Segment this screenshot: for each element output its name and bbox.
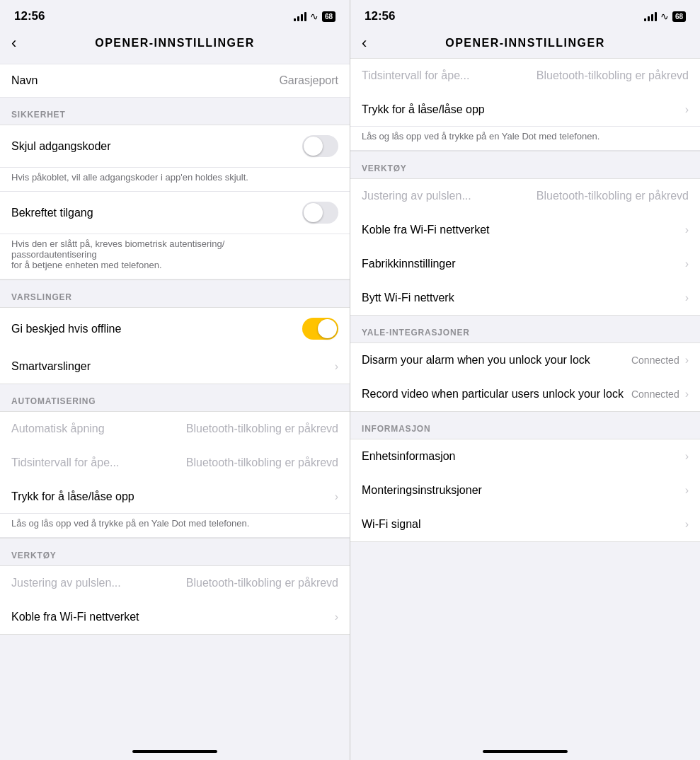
- settings-row: Bekreftet tilgang: [0, 192, 350, 234]
- row-value: Bluetooth-tilkobling er påkrevd: [186, 422, 338, 435]
- row-group: Skjul adgangskoder Hvis påkoblet, vil al…: [0, 125, 350, 280]
- row-label: Koble fra Wi-Fi nettverket: [11, 611, 139, 623]
- settings-row-disabled: Tidsintervall for åpe... Bluetooth-tilko…: [350, 59, 700, 93]
- name-row: Navn Garasjeport: [0, 64, 350, 98]
- settings-row-disabled: Automatisk åpning Bluetooth-tilkobling e…: [0, 412, 350, 446]
- row-group: Justering av pulslen... Bluetooth-tilkob…: [350, 178, 700, 316]
- settings-row[interactable]: Trykk for å låse/låse opp ›: [350, 93, 700, 127]
- row-value: Bluetooth-tilkobling er påkrevd: [537, 69, 689, 82]
- home-indicator: [350, 746, 700, 760]
- status-icons: ∿ 68: [294, 11, 335, 22]
- toggle-knob: [318, 319, 337, 338]
- panel-right: 12:56 ∿ 68 ‹ OPENER-INNSTILLINGER Tidsin…: [350, 0, 700, 760]
- settings-row[interactable]: Enhetsinformasjon ›: [350, 439, 700, 473]
- row-label: Justering av pulslen...: [362, 190, 471, 202]
- row-value: Bluetooth-tilkobling er påkrevd: [186, 456, 338, 469]
- chevron-icon: ›: [685, 450, 689, 463]
- toggle-track[interactable]: [302, 135, 338, 157]
- settings-row-connected[interactable]: Disarm your alarm when you unlock your l…: [350, 343, 700, 377]
- row-label: Fabrikkinnstillinger: [362, 258, 456, 270]
- settings-row[interactable]: Fabrikkinnstillinger ›: [350, 247, 700, 281]
- settings-row[interactable]: Trykk for å låse/låse opp ›: [0, 480, 350, 514]
- chevron-icon: ›: [685, 388, 689, 401]
- settings-row-connected[interactable]: Record video when particular users unloc…: [350, 377, 700, 411]
- row-group: Automatisk åpning Bluetooth-tilkobling e…: [0, 411, 350, 539]
- status-time: 12:56: [365, 9, 395, 23]
- chevron-icon: ›: [335, 490, 338, 503]
- row-group: Justering av pulslen... Bluetooth-tilkob…: [0, 565, 350, 635]
- toggle-knob: [304, 137, 323, 156]
- row-description: Hvis påkoblet, vil alle adgangskoder i a…: [0, 168, 350, 192]
- toggle-switch[interactable]: [302, 202, 338, 224]
- row-label: Gi beskjed hvis offline: [11, 323, 121, 335]
- content-area: Navn Garasjeport SIKKERHET Skjul adgangs…: [0, 58, 350, 746]
- section-header-text: AUTOMATISERING: [11, 396, 96, 406]
- chevron-icon: ›: [685, 354, 689, 367]
- settings-row[interactable]: Koble fra Wi-Fi nettverket ›: [0, 600, 350, 634]
- name-label: Navn: [11, 74, 38, 87]
- chevron-icon: ›: [685, 518, 689, 531]
- back-button[interactable]: ‹: [11, 34, 16, 52]
- toggle-track[interactable]: [302, 202, 338, 224]
- settings-row[interactable]: Koble fra Wi-Fi nettverket ›: [350, 213, 700, 247]
- section-header: VARSLINGER: [0, 280, 350, 307]
- toggle-switch[interactable]: [302, 318, 338, 340]
- settings-row[interactable]: Wi-Fi signal ›: [350, 507, 700, 541]
- home-indicator: [0, 746, 350, 760]
- section-header: VERKTØY: [0, 539, 350, 565]
- section-header-text: VERKTØY: [362, 163, 407, 173]
- settings-row[interactable]: Monteringsinstruksjoner ›: [350, 473, 700, 507]
- connected-badge: Connected: [631, 355, 679, 366]
- row-label: Disarm your alarm when you unlock your l…: [362, 354, 631, 367]
- row-label: Smartvarslinger: [11, 360, 91, 373]
- content-area: Tidsintervall for åpe... Bluetooth-tilko…: [350, 58, 700, 746]
- settings-row[interactable]: Smartvarslinger ›: [0, 350, 350, 384]
- row-description: Lås og lås opp ved å trykke på en Yale D…: [0, 514, 350, 538]
- row-value: Bluetooth-tilkobling er påkrevd: [537, 190, 689, 202]
- back-button[interactable]: ‹: [362, 34, 367, 52]
- toggle-switch[interactable]: [302, 135, 338, 157]
- section-header: YALE-INTEGRASJONER: [350, 316, 700, 342]
- section-header-text: VARSLINGER: [11, 292, 72, 302]
- wifi-icon: ∿: [660, 11, 669, 22]
- row-label: Skjul adgangskoder: [11, 140, 111, 153]
- page-title: OPENER-INNSTILLINGER: [445, 37, 605, 50]
- chevron-icon: ›: [685, 484, 689, 497]
- home-bar: [483, 750, 568, 753]
- row-label: Justering av pulslen...: [11, 577, 121, 589]
- page-header: ‹ OPENER-INNSTILLINGER: [350, 31, 700, 58]
- section-header-text: YALE-INTEGRASJONER: [362, 328, 470, 338]
- row-description: Hvis den er slått på, kreves biometrisk …: [0, 234, 350, 280]
- row-group: Enhetsinformasjon › Monteringsinstruksjo…: [350, 439, 700, 542]
- row-description: Lås og lås opp ved å trykke på en Yale D…: [350, 127, 700, 151]
- row-label: Automatisk åpning: [11, 422, 105, 435]
- chevron-icon: ›: [335, 360, 338, 373]
- section-header-text: INFORMASJON: [362, 424, 430, 434]
- home-bar: [132, 750, 217, 753]
- settings-row: Skjul adgangskoder: [0, 125, 350, 168]
- panel-left: 12:56 ∿ 68 ‹ OPENER-INNSTILLINGER Navn G…: [0, 0, 350, 760]
- section-header: VERKTØY: [350, 151, 700, 178]
- settings-row-disabled: Tidsintervall for åpe... Bluetooth-tilko…: [0, 446, 350, 480]
- row-label: Monteringsinstruksjoner: [362, 484, 482, 497]
- status-icons: ∿ 68: [644, 11, 686, 22]
- row-label: Koble fra Wi-Fi nettverket: [362, 224, 490, 236]
- chevron-icon: ›: [685, 258, 689, 270]
- battery-badge: 68: [322, 11, 335, 22]
- toggle-track[interactable]: [302, 318, 338, 340]
- wifi-icon: ∿: [310, 11, 319, 22]
- row-group: Gi beskjed hvis offline Smartvarslinger …: [0, 307, 350, 384]
- row-label: Bekreftet tilgang: [11, 207, 93, 219]
- toggle-knob: [304, 203, 323, 222]
- row-label: Wi-Fi signal: [362, 518, 421, 531]
- row-label: Trykk for å låse/låse opp: [362, 103, 485, 116]
- name-value: Garasjeport: [279, 74, 338, 87]
- chevron-icon: ›: [685, 103, 689, 116]
- chevron-icon: ›: [335, 611, 338, 623]
- settings-row-disabled: Justering av pulslen... Bluetooth-tilkob…: [350, 179, 700, 213]
- settings-row: Gi beskjed hvis offline: [0, 308, 350, 350]
- row-label: Trykk for å låse/låse opp: [11, 490, 134, 503]
- section-header-text: VERKTØY: [11, 551, 57, 560]
- row-value: Bluetooth-tilkobling er påkrevd: [186, 577, 338, 589]
- settings-row[interactable]: Bytt Wi-Fi nettverk ›: [350, 281, 700, 315]
